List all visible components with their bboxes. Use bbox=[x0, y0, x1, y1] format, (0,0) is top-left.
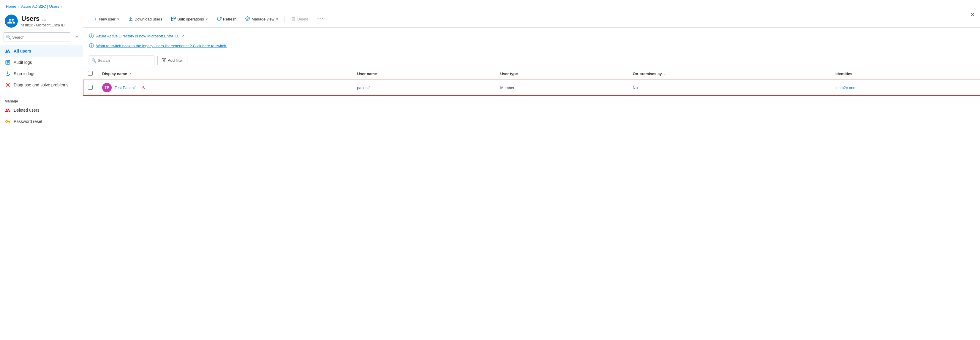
user-name-cell: patient1 bbox=[353, 80, 496, 95]
table-col-identities: Identities bbox=[830, 68, 980, 80]
download-users-label: Download users bbox=[135, 17, 162, 21]
info-icon-2: ⓘ bbox=[89, 43, 94, 49]
info-area: ⓘ Azure Active Directory is now Microsof… bbox=[83, 28, 980, 52]
diagnose-label: Diagnose and solve problems bbox=[14, 83, 68, 87]
user-avatar: TP bbox=[102, 83, 112, 92]
delete-button[interactable]: Delete bbox=[287, 14, 312, 24]
sign-in-logs-label: Sign-in logs bbox=[14, 71, 35, 76]
sidebar-item-audit-logs[interactable]: Audit logs bbox=[0, 57, 83, 68]
new-user-chevron-icon: ∨ bbox=[117, 17, 119, 21]
sort-arrow-icon: ↑ bbox=[129, 71, 131, 76]
refresh-button[interactable]: Refresh bbox=[213, 14, 240, 24]
svg-rect-9 bbox=[171, 19, 173, 21]
filter-search-input[interactable] bbox=[89, 56, 154, 65]
bulk-operations-button[interactable]: Bulk operations ∨ bbox=[167, 14, 212, 24]
manage-section-title: Manage bbox=[0, 95, 83, 105]
table-row: TP Test Patient1 6 patient1 Member No te bbox=[83, 80, 980, 95]
table-select-all-header bbox=[83, 68, 97, 80]
refresh-label: Refresh bbox=[223, 17, 237, 21]
download-icon bbox=[128, 16, 133, 22]
manage-view-label: Manage view bbox=[251, 17, 274, 21]
sidebar-search-input[interactable] bbox=[3, 32, 70, 42]
display-name-cell: TP Test Patient1 6 bbox=[97, 80, 353, 95]
users-icon bbox=[7, 17, 16, 25]
table-col-display-name[interactable]: Display name ↑ bbox=[97, 68, 353, 80]
new-user-label: New user bbox=[99, 17, 116, 21]
refresh-icon bbox=[217, 16, 221, 22]
bulk-icon bbox=[171, 16, 176, 22]
on-premises-cell: No bbox=[628, 80, 830, 95]
more-label: ··· bbox=[317, 16, 323, 22]
bulk-operations-label: Bulk operations bbox=[177, 17, 204, 21]
filter-bar: 🔍 Add filter bbox=[83, 52, 980, 68]
user-type-cell: Member bbox=[495, 80, 628, 95]
toolbar: ＋ New user ∨ Download users Bulk operati… bbox=[83, 11, 980, 28]
nav-divider bbox=[5, 93, 78, 93]
user-display-name-link[interactable]: Test Patient1 bbox=[115, 86, 137, 90]
svg-rect-7 bbox=[171, 17, 173, 18]
manage-view-icon bbox=[245, 16, 250, 22]
info-banner-2: ⓘ Want to switch back to the legacy user… bbox=[89, 41, 974, 51]
delete-icon bbox=[291, 16, 296, 22]
svg-rect-8 bbox=[174, 17, 175, 18]
more-button[interactable]: ··· bbox=[313, 14, 327, 24]
info-banner-1: ⓘ Azure Active Directory is now Microsof… bbox=[89, 31, 974, 41]
bulk-chevron-icon: ∨ bbox=[205, 17, 208, 21]
close-button[interactable]: ✕ bbox=[970, 11, 975, 19]
external-icon-1: ↗ bbox=[182, 34, 185, 38]
identities-cell: testb2c.onm bbox=[830, 80, 980, 95]
manage-view-button[interactable]: Manage view ∨ bbox=[242, 14, 282, 24]
content-area: ✕ ＋ New user ∨ Download users bbox=[83, 11, 980, 127]
info-link-1[interactable]: Azure Active Directory is now Microsoft … bbox=[96, 34, 179, 38]
svg-marker-11 bbox=[162, 58, 166, 62]
all-users-label: All users bbox=[14, 49, 31, 54]
sidebar-more-button[interactable]: ... bbox=[42, 16, 46, 22]
breadcrumb-azure-ad[interactable]: Azure AD B2C | Users bbox=[21, 4, 59, 9]
avatar bbox=[5, 14, 18, 28]
deleted-users-label: Deleted users bbox=[14, 108, 39, 113]
table-col-on-premises: On-premises sy... bbox=[628, 68, 830, 80]
svg-point-10 bbox=[247, 18, 248, 19]
plus-icon: ＋ bbox=[93, 16, 98, 22]
sidebar-item-password-reset[interactable]: Password reset bbox=[0, 116, 83, 127]
info-link-2[interactable]: Want to switch back to the legacy users … bbox=[96, 44, 227, 48]
download-users-button[interactable]: Download users bbox=[124, 14, 166, 24]
manage-view-chevron-icon: ∨ bbox=[276, 17, 278, 21]
table-col-user-name: User name bbox=[353, 68, 496, 80]
sidebar-item-diagnose[interactable]: Diagnose and solve problems bbox=[0, 79, 83, 91]
deleted-users-icon bbox=[5, 107, 11, 113]
new-user-button[interactable]: ＋ New user ∨ bbox=[89, 14, 123, 24]
toolbar-separator bbox=[285, 16, 285, 23]
delete-label: Delete bbox=[297, 17, 309, 21]
identity-link: testb2c.onm bbox=[835, 86, 856, 90]
password-reset-icon bbox=[5, 119, 11, 124]
filter-search-wrap: 🔍 bbox=[89, 56, 154, 65]
sidebar-subtitle: testb2c - Microsoft Entra ID bbox=[21, 23, 78, 27]
sidebar-search-wrap: 🔍 bbox=[3, 32, 70, 42]
filter-search-icon: 🔍 bbox=[91, 58, 96, 63]
table-area: Display name ↑ User name User type On-pr… bbox=[83, 68, 980, 127]
select-all-checkbox[interactable] bbox=[88, 71, 93, 76]
sidebar-item-deleted-users[interactable]: Deleted users bbox=[0, 105, 83, 116]
table-header-row: Display name ↑ User name User type On-pr… bbox=[83, 68, 980, 80]
sidebar-collapse-button[interactable]: « bbox=[74, 33, 79, 41]
row-checkbox[interactable] bbox=[88, 85, 93, 90]
sidebar: Users ... testb2c - Microsoft Entra ID 🔍… bbox=[0, 11, 83, 127]
avatar-initials: TP bbox=[105, 86, 109, 90]
sign-in-logs-icon bbox=[5, 71, 11, 76]
user-badge: 6 bbox=[142, 85, 145, 90]
sidebar-item-sign-in-logs[interactable]: Sign-in logs bbox=[0, 68, 83, 79]
sidebar-title-area: Users ... testb2c - Microsoft Entra ID bbox=[21, 15, 78, 27]
diagnose-icon bbox=[5, 82, 11, 88]
add-filter-label: Add filter bbox=[168, 58, 183, 63]
breadcrumb-home[interactable]: Home bbox=[6, 4, 16, 9]
sidebar-item-all-users[interactable]: All users bbox=[0, 45, 83, 57]
add-filter-button[interactable]: Add filter bbox=[158, 56, 188, 65]
all-users-icon bbox=[5, 48, 11, 54]
row-checkbox-cell bbox=[83, 80, 97, 95]
users-table: Display name ↑ User name User type On-pr… bbox=[83, 68, 980, 95]
breadcrumb: Home › Azure AD B2C | Users › bbox=[0, 0, 980, 11]
sidebar-header: Users ... testb2c - Microsoft Entra ID bbox=[0, 11, 83, 32]
password-reset-label: Password reset bbox=[14, 119, 42, 124]
table-col-user-type: User type bbox=[495, 68, 628, 80]
